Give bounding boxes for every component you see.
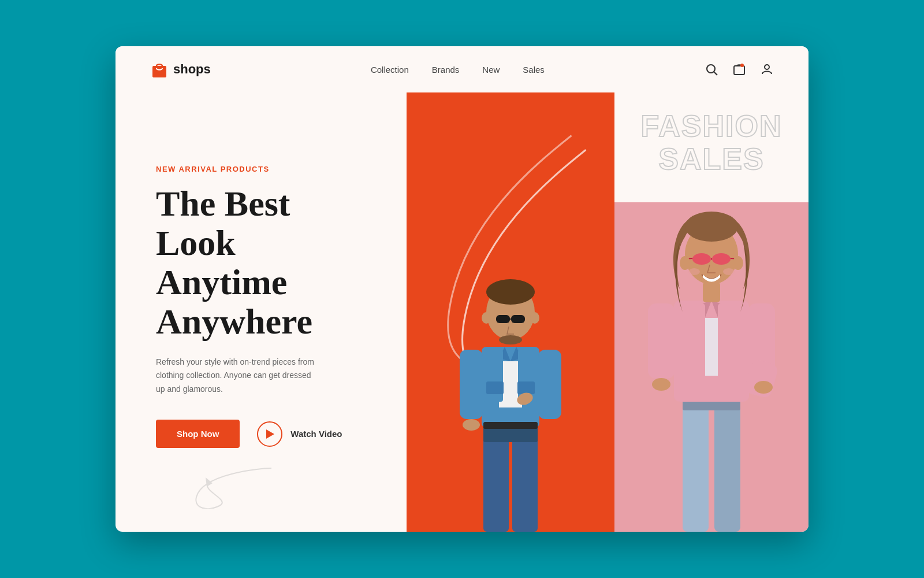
main-card: shops Collection Brands New Sales bbox=[116, 46, 808, 532]
svg-rect-27 bbox=[511, 315, 525, 323]
navigation: Collection Brands New Sales bbox=[371, 65, 545, 75]
svg-marker-7 bbox=[206, 477, 213, 487]
svg-point-53 bbox=[680, 256, 690, 270]
svg-line-3 bbox=[714, 72, 718, 76]
nav-brands[interactable]: Brands bbox=[432, 65, 460, 75]
svg-rect-39 bbox=[675, 303, 705, 384]
svg-point-45 bbox=[754, 381, 773, 394]
logo[interactable]: shops bbox=[150, 60, 211, 79]
header-icons bbox=[705, 62, 774, 76]
svg-point-18 bbox=[463, 419, 480, 431]
nav-collection[interactable]: Collection bbox=[371, 65, 409, 75]
hero-image-section bbox=[407, 92, 614, 532]
user-icon[interactable] bbox=[760, 62, 774, 76]
svg-rect-23 bbox=[483, 422, 538, 429]
nav-sales[interactable]: Sales bbox=[523, 65, 545, 75]
fashion-sales-watermark: FASHION SALES bbox=[614, 110, 808, 176]
svg-rect-17 bbox=[538, 350, 561, 419]
cta-row: Shop Now Watch Video bbox=[156, 420, 372, 448]
search-icon[interactable] bbox=[705, 62, 718, 76]
svg-point-54 bbox=[733, 256, 743, 270]
svg-point-48 bbox=[692, 253, 711, 265]
svg-point-30 bbox=[482, 312, 491, 324]
nav-new[interactable]: New bbox=[482, 65, 500, 75]
svg-point-47 bbox=[685, 212, 738, 242]
svg-point-2 bbox=[707, 65, 715, 73]
svg-rect-16 bbox=[460, 350, 483, 419]
swirl-decoration bbox=[191, 462, 283, 509]
svg-rect-14 bbox=[486, 381, 504, 394]
svg-point-55 bbox=[688, 268, 700, 275]
right-section: FASHION SALES bbox=[614, 92, 808, 532]
svg-rect-41 bbox=[648, 303, 675, 379]
hero-description: Refresh your style with on-trend pieces … bbox=[156, 355, 318, 397]
watch-video-button[interactable]: Watch Video bbox=[257, 421, 342, 447]
logo-name: shops bbox=[173, 62, 211, 77]
svg-point-49 bbox=[712, 253, 731, 265]
svg-rect-32 bbox=[683, 393, 709, 532]
svg-rect-33 bbox=[714, 393, 740, 532]
svg-point-31 bbox=[530, 312, 539, 324]
watch-video-label: Watch Video bbox=[290, 429, 342, 439]
hero-text-section: NEW ARRIVAL PRODUCTS The Best Look Anyti… bbox=[116, 92, 407, 532]
cart-icon[interactable] bbox=[732, 62, 746, 76]
logo-icon bbox=[150, 60, 169, 79]
svg-rect-1 bbox=[152, 66, 166, 77]
svg-rect-26 bbox=[496, 315, 510, 323]
play-triangle-icon bbox=[266, 429, 274, 439]
svg-point-56 bbox=[723, 268, 735, 275]
svg-point-43 bbox=[652, 378, 670, 391]
header: shops Collection Brands New Sales bbox=[116, 46, 808, 92]
svg-point-5 bbox=[740, 64, 744, 67]
main-content: NEW ARRIVAL PRODUCTS The Best Look Anyti… bbox=[116, 92, 808, 532]
play-circle bbox=[257, 421, 282, 447]
svg-rect-15 bbox=[517, 381, 535, 394]
svg-point-6 bbox=[765, 65, 769, 69]
male-figure bbox=[435, 254, 586, 532]
svg-rect-4 bbox=[734, 66, 744, 75]
shop-now-button[interactable]: Shop Now bbox=[156, 420, 240, 448]
hero-title: The Best Look Anytime Anywhere bbox=[156, 184, 372, 342]
svg-rect-57 bbox=[703, 282, 720, 302]
hero-tag: NEW ARRIVAL PRODUCTS bbox=[156, 165, 372, 173]
female-figure bbox=[628, 197, 795, 532]
svg-point-29 bbox=[499, 335, 522, 344]
svg-point-25 bbox=[486, 279, 535, 305]
svg-rect-40 bbox=[718, 303, 748, 384]
